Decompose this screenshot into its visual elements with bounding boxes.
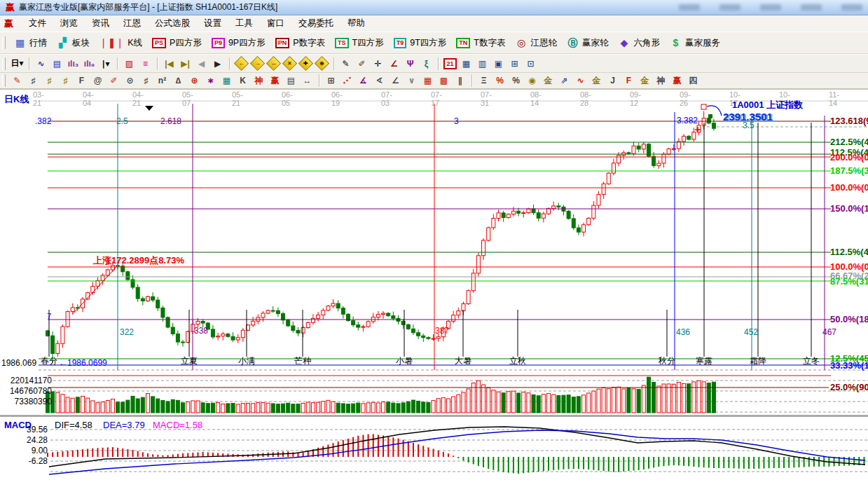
winner-wheel-button[interactable]: Ⓑ赢家轮 [562,36,614,50]
volume-scale-1: 220141170 [0,376,52,385]
nav-first-button[interactable]: |◀ [162,57,177,71]
gold-angle-button[interactable]: 金 [589,74,604,88]
menu-6[interactable]: 工具 [228,16,260,31]
f-grid-button[interactable]: F [74,74,89,88]
price-list-button[interactable]: ▤ [284,74,298,88]
percent-button[interactable]: % [509,74,523,88]
zoom-x-diamond-icon: ✕ [282,56,297,71]
gold-grid-b-button[interactable]: ♯ [58,74,73,88]
zoom-right-diamond-button[interactable]: → [250,57,265,71]
grid-tool-button[interactable]: ♯ [26,74,41,88]
menu-0[interactable]: 文件 [22,16,53,31]
zoom-plus-diamond-button[interactable]: ✚ [298,57,313,71]
remote-user-button[interactable]: ⊡ [523,57,538,71]
dense-grid-button[interactable]: ▦ [420,74,435,88]
draw-pointer-button[interactable]: ✎ [338,57,353,71]
net-grid-button[interactable]: ▦ [219,74,234,88]
bars-9-button[interactable]: ılı₉ [82,57,97,71]
quotes-button[interactable]: ▦行情 [9,36,52,50]
fan-lines-button[interactable]: ⋰ [340,74,354,88]
date-label: 07-17 [431,90,442,107]
crosshair-tool-button[interactable]: ✛ [371,57,385,71]
t-table-button[interactable]: TNT数字表 [451,36,510,50]
fib-box-button[interactable]: ⊞ [324,74,338,88]
gann-t-tool-button[interactable]: Ψ [403,57,418,71]
volume-profile-button[interactable]: ≡ [138,57,153,71]
gold-angle-2-button[interactable]: 金 [638,74,652,88]
ying-grid-button[interactable]: 赢 [268,74,282,88]
angle-pen-tool-button[interactable]: ∠ [387,57,401,71]
calendar-21-button[interactable]: 21 [443,57,457,71]
kline-period-day-menu-button[interactable]: 日▾ [10,57,25,71]
winner-service-button[interactable]: $赢家服务 [665,36,725,50]
info-panel-button[interactable]: ▤ [50,57,64,71]
9p-square-button[interactable]: P99P四方形 [207,36,270,50]
tn-box-icon: TN [456,38,470,48]
tick-grid-button[interactable]: ♯ [139,74,153,88]
shen-grid-button[interactable]: 神 [252,74,266,88]
ink-angle-button[interactable]: ⇗ [557,74,572,88]
span-measure-button[interactable]: ↔ [300,74,315,88]
si-angle-button[interactable]: 四 [686,74,701,88]
menu-7[interactable]: 窗口 [260,16,291,31]
save-disk-button[interactable]: ▣ [491,57,506,71]
mirror-angle-button[interactable]: ∆ [171,74,186,88]
n-squared-button[interactable]: n² [155,74,170,88]
menu-8[interactable]: 交易委托 [291,16,340,31]
date-label: 07-31 [481,90,492,107]
menu-4[interactable]: 公式选股 [148,16,197,31]
f-angle-button[interactable]: F [621,74,636,88]
price-steps-button[interactable]: Ξ [476,74,491,88]
time-wheel-button[interactable]: ⊙ [123,74,137,88]
spiral-tool-button[interactable]: @ [90,74,105,88]
nav-last-button[interactable]: ▶| [178,57,193,71]
t-square-button[interactable]: TST四方形 [330,36,389,50]
zoom-left-diamond-button[interactable]: ← [234,57,249,71]
nav-next-button[interactable]: ▶ [210,57,225,71]
zoom-x-diamond-button[interactable]: ✕ [282,57,297,71]
star-grid-button[interactable]: ∗ [203,74,218,88]
fan-box-purple-button[interactable]: ∡ [356,74,371,88]
notebook-button[interactable]: ▥ [475,57,490,71]
menu-9[interactable]: 帮助 [340,16,372,31]
hexagon-button[interactable]: ◆六角形 [613,36,665,50]
brush-chart-button[interactable]: ✐ [106,74,121,88]
candle-style-menu-button[interactable]: ∣▾ [98,57,113,71]
gold-grid-a-button[interactable]: ♯ [42,74,57,88]
k-marks-button[interactable]: K [235,74,250,88]
menu-2[interactable]: 资讯 [85,16,116,31]
angle-line-button[interactable]: ∠ [388,74,403,88]
brush-tool-button[interactable]: ✎ [10,74,25,88]
kline-button[interactable]: ❘❚❘K线 [95,36,147,50]
pattern-brain-tool-button[interactable]: ξ [419,57,434,71]
parallel-lines-button[interactable]: ∥ [453,74,467,88]
menu-5[interactable]: 设置 [197,16,228,31]
zoom-all-diamond-button[interactable]: ⊕ [315,57,329,71]
menu-3[interactable]: 江恩 [116,16,148,31]
hand-tool-button[interactable]: ✐ [354,57,369,71]
p-square-button[interactable]: PSP四方形 [147,36,207,50]
j-angle-button[interactable]: J [605,74,620,88]
percent-slash-button[interactable]: % [492,74,507,88]
wave-tool-button[interactable]: ∿ [573,74,588,88]
red-pattern-tool-button[interactable]: ▨ [122,57,137,71]
web-data-button[interactable]: ⊞ [507,57,522,71]
calculator-button[interactable]: ▦ [459,57,474,71]
v-pattern-button[interactable]: ∨ [404,74,419,88]
bars-3-button[interactable]: ılı₃ [66,57,81,71]
fan-box-dark-button[interactable]: ∢ [372,74,387,88]
dense-grid-2-button[interactable]: ▩ [436,74,451,88]
zigzag-tool-button[interactable]: ∿ [34,57,48,71]
p-table-button[interactable]: PNP数字表 [270,36,330,50]
nav-prev-button[interactable]: ◀ [194,57,209,71]
zoom-h-diamond-button[interactable]: ↔ [266,57,281,71]
shen-angle-button[interactable]: 神 [654,74,668,88]
target-cross-button[interactable]: ⊕ [187,74,202,88]
gold-circle-button[interactable]: ◉ [525,74,539,88]
ying-angle-button[interactable]: 赢 [670,74,684,88]
gann-wheel-button[interactable]: ◎江恩轮 [510,36,562,50]
gold-level-button[interactable]: 金 [541,74,556,88]
9t-square-button[interactable]: T99T四方形 [389,36,452,50]
sectors-button[interactable]: ▞板块 [52,36,95,50]
menu-1[interactable]: 浏览 [53,16,85,31]
